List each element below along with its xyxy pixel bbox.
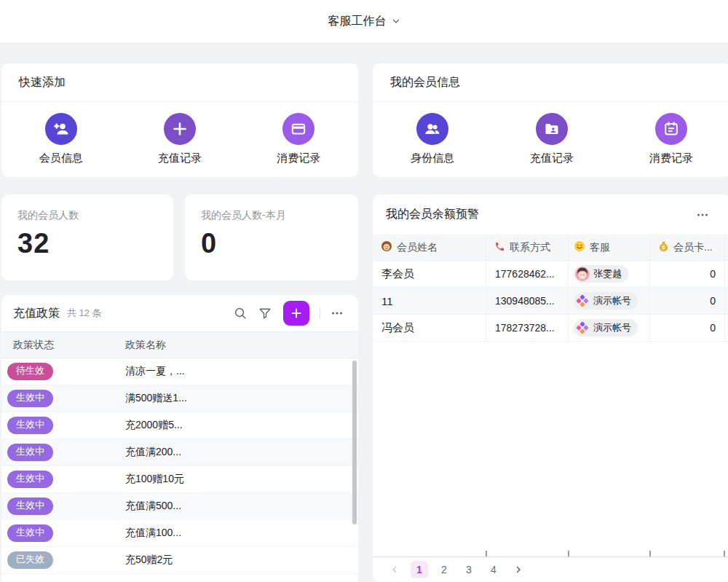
policy-row[interactable]: 已失效 充50赠2元: [1, 547, 358, 574]
quick-add-consume-record-label: 消费记录: [277, 152, 320, 165]
stat-member-count-month-card: 我的会员人数-本月 0: [185, 194, 358, 280]
balance-alert-table-header: 会员姓名 联系方式 客服 $ 会员卡...: [373, 235, 728, 261]
page-title: 客服工作台: [328, 14, 387, 29]
moneybag-icon: $: [658, 241, 669, 254]
member-name: 11: [373, 288, 486, 314]
member-balance: 0: [650, 261, 725, 287]
more-icon[interactable]: [326, 302, 348, 324]
chevron-down-icon: [392, 15, 400, 28]
quick-add-consume-record[interactable]: 消费记录: [240, 113, 358, 165]
agent-pill[interactable]: 张雯越: [574, 265, 628, 283]
policy-row[interactable]: 生效中 充值满200...: [1, 439, 358, 466]
policy-name: 充值满100...: [118, 527, 181, 540]
policy-name: 充100赠10元: [118, 473, 184, 486]
demo-account-logo-icon: [575, 294, 590, 308]
calendar-icon: [655, 113, 687, 145]
stat-member-count-month-label: 我的会员人数-本月: [201, 209, 342, 222]
page-1[interactable]: 1: [411, 561, 428, 578]
member-contact: 130948085...: [486, 288, 569, 314]
quick-add-member-info[interactable]: 会员信息: [1, 113, 120, 165]
recharge-policy-card: 充值政策 共 12 条 政策状态 政策名称 待生效 清凉一夏，... 生效中 满…: [1, 295, 358, 582]
col-contact: 联系方式: [510, 241, 550, 254]
more-icon[interactable]: [693, 205, 712, 224]
page-3[interactable]: 3: [460, 561, 478, 578]
agent-name: 演示帐号: [593, 294, 631, 307]
page-4[interactable]: 4: [485, 561, 502, 578]
agent-name: 张雯越: [593, 267, 622, 280]
stat-member-count-card: 我的会员人数 32: [1, 194, 173, 280]
policy-row[interactable]: 生效中 充值满100...: [1, 520, 358, 547]
stat-member-count-month-value: 0: [201, 228, 342, 259]
policy-row[interactable]: 生效中 充100赠10元: [1, 466, 358, 493]
col-member-name: 会员姓名: [397, 241, 438, 254]
status-badge: 生效中: [7, 444, 53, 461]
vertical-scrollbar[interactable]: [352, 361, 357, 524]
status-badge: 生效中: [7, 417, 53, 434]
smiley-icon: [574, 240, 585, 254]
policy-row[interactable]: 生效中 充2000赠5...: [1, 412, 358, 439]
quick-add-title: 快速添加: [1, 63, 358, 102]
status-badge: 已失效: [7, 551, 53, 569]
policy-name: 满500赠送1...: [118, 392, 187, 405]
col-agent: 客服: [590, 241, 610, 254]
agent-name: 演示帐号: [593, 321, 631, 334]
member-contact: 177628462...: [486, 261, 569, 287]
member-name: 冯会员: [373, 315, 486, 341]
status-badge: 待生效: [7, 363, 53, 380]
workspace-switcher[interactable]: 客服工作台: [328, 14, 400, 29]
policy-name: 充2000赠5...: [118, 419, 183, 432]
my-member-info-card: 我的会员信息 身份信息 充值记录: [373, 63, 728, 177]
woman-icon: [381, 240, 392, 254]
filter-icon[interactable]: [254, 302, 276, 324]
policy-table-header: 政策状态 政策名称: [1, 331, 358, 358]
policy-name: 充50赠2元: [118, 554, 173, 567]
policy-row[interactable]: 生效中 充值满500...: [1, 493, 358, 520]
status-badge: 生效中: [7, 471, 53, 488]
col-policy-status: 政策状态: [1, 339, 118, 352]
policy-name: 充值满200...: [118, 446, 181, 459]
member-balance: 0: [650, 288, 725, 314]
people-icon: [416, 113, 448, 145]
search-icon[interactable]: [229, 302, 251, 324]
agent-pill[interactable]: 演示帐号: [574, 292, 638, 310]
quick-add-recharge-record[interactable]: 充值记录: [120, 113, 239, 165]
quick-add-member-info-label: 会员信息: [39, 152, 83, 165]
balance-alert-title: 我的会员余额预警: [386, 207, 479, 222]
member-contact: 178273728...: [486, 315, 569, 341]
pagination: 1 2 3 4: [386, 561, 527, 578]
folder-user-icon: [536, 113, 568, 145]
recharge-policy-count: 共 12 条: [67, 307, 102, 320]
demo-account-logo-icon: [575, 321, 590, 335]
recharge-policy-title: 充值政策: [13, 306, 60, 321]
col-policy-name: 政策名称: [118, 339, 166, 352]
quick-add-recharge-record-label: 充值记录: [158, 152, 202, 165]
policy-row[interactable]: 待生效 清凉一夏，...: [1, 358, 358, 385]
stat-member-count-label: 我的会员人数: [17, 209, 157, 222]
member-recharge-record-label: 充值记录: [530, 152, 574, 165]
status-badge: 生效中: [7, 524, 53, 542]
add-policy-button[interactable]: [283, 301, 309, 326]
member-recharge-record[interactable]: 充值记录: [492, 113, 612, 165]
top-bar: 客服工作台: [0, 0, 728, 44]
prev-page-icon[interactable]: [386, 561, 403, 578]
status-badge: 生效中: [7, 498, 53, 515]
balance-alert-card: 我的会员余额预警 会员姓名 联系方式 客服 $ 会员: [373, 194, 728, 582]
member-identity-info[interactable]: 身份信息: [373, 113, 492, 165]
policy-row[interactable]: 生效中 满500赠送1...: [1, 385, 358, 412]
quick-add-items: 会员信息 充值记录 消费记录: [1, 102, 358, 165]
policy-name: 充值满500...: [118, 500, 181, 513]
member-name: 李会员: [373, 261, 486, 287]
status-badge: 生效中: [7, 390, 53, 407]
agent-pill[interactable]: 演示帐号: [574, 319, 638, 337]
member-consume-record[interactable]: 消费记录: [612, 113, 728, 165]
page-2[interactable]: 2: [435, 561, 453, 578]
member-identity-info-label: 身份信息: [411, 152, 454, 165]
stat-member-count-value: 32: [17, 228, 157, 259]
table-row[interactable]: 李会员 177628462... 张雯越 0: [373, 261, 728, 288]
divider: [320, 307, 320, 319]
member-balance: 0: [650, 315, 725, 341]
table-bottom-border: [373, 557, 728, 557]
next-page-icon[interactable]: [510, 561, 527, 578]
table-row[interactable]: 11 130948085... 演示帐号 0: [373, 288, 728, 315]
table-row[interactable]: 冯会员 178273728... 演示帐号 0: [373, 315, 728, 342]
